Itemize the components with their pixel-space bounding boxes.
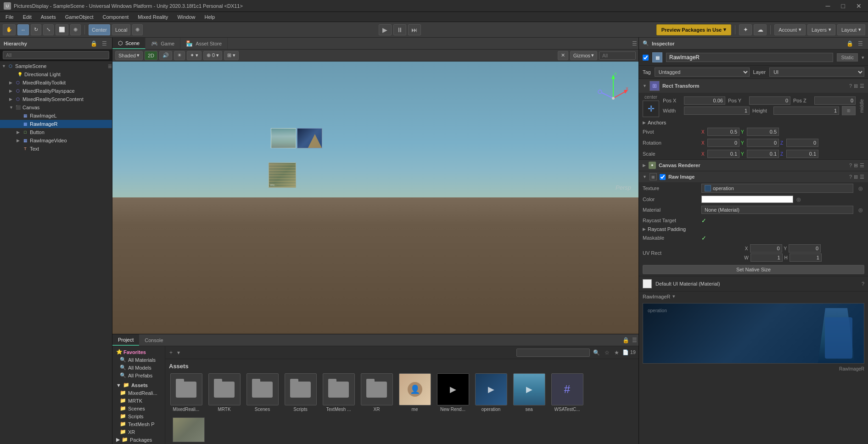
pause-button[interactable]: ⏸ [393, 24, 406, 35]
hierarchy-item-rawimageR[interactable]: ▦ RawImageR [0, 120, 112, 128]
static-arrow[interactable]: ▾ [862, 55, 864, 61]
maximize-button[interactable]: □ [839, 2, 848, 10]
audio-button[interactable]: 🔊 [159, 51, 172, 60]
hierarchy-menu-button[interactable]: ☰ [101, 40, 108, 47]
scripts-tree-item[interactable]: 📁 Scripts [112, 412, 165, 420]
xr-tree-item[interactable]: 📁 XR [112, 428, 165, 436]
asset-operation[interactable]: ▶ operation [474, 373, 508, 412]
object-enabled-checkbox[interactable] [643, 55, 649, 61]
menu-window[interactable]: Window [174, 13, 199, 21]
ri-menu-icon[interactable]: ☰ [860, 174, 864, 180]
play-button[interactable]: ▶ [379, 24, 392, 35]
tag-select[interactable]: Untagged [655, 67, 750, 77]
cr-menu-icon[interactable]: ☰ [860, 163, 864, 169]
ri-help-icon[interactable]: ? [849, 174, 852, 180]
rot-x-input[interactable] [707, 139, 739, 147]
search-asset-button[interactable]: ▾ [176, 349, 181, 356]
asset-favorite-button[interactable]: ☆ [603, 349, 611, 356]
ri-layout-icon[interactable]: ⊞ [854, 174, 858, 180]
uv-w-input[interactable] [750, 253, 783, 262]
pivot-y-input[interactable] [747, 128, 779, 136]
assets-tree-item[interactable]: ▼ 📁 Assets [112, 381, 165, 389]
color-edit-icon[interactable]: ◎ [795, 197, 802, 202]
mixedreali-tree-item[interactable]: 📁 MixedReali... [112, 389, 165, 397]
asset-wsatest[interactable]: # WSATestC... [550, 373, 584, 412]
hierarchy-item-button[interactable]: ▶ □ Button [0, 128, 112, 136]
fx-button[interactable]: ✦ [739, 24, 752, 35]
menu-assets[interactable]: Assets [37, 13, 60, 21]
asset-filter-button[interactable]: 🔍 [592, 349, 601, 356]
inspector-menu-button[interactable]: ☰ [857, 40, 864, 47]
uv-h-input[interactable] [790, 253, 822, 262]
pos-y-input[interactable] [749, 96, 790, 105]
hierarchy-item-directionallight[interactable]: 💡 Directional Light [0, 70, 112, 79]
rect-tool-button[interactable]: ⬜ [56, 24, 68, 35]
height-input[interactable] [773, 107, 839, 115]
rot-z-input[interactable] [786, 139, 818, 147]
menu-edit[interactable]: Edit [19, 13, 35, 21]
asset-mrtk[interactable]: MRTK [207, 373, 241, 412]
raw-image-enabled-checkbox[interactable] [660, 174, 666, 180]
scene-tabs-menu[interactable]: ☰ [631, 38, 638, 49]
asset-newrend[interactable]: ▶ New Rend... [436, 373, 470, 412]
hierarchy-item-mrplayspace[interactable]: ▶ ⬡ MixedRealityPlayspace [0, 87, 112, 95]
rawimage-footer-arrow[interactable]: ▾ [672, 293, 675, 299]
2d-button[interactable]: 2D [145, 51, 157, 60]
tab-scene[interactable]: ⬡ Scene [112, 38, 146, 49]
step-button[interactable]: ⏭ [408, 24, 421, 35]
local-button[interactable]: Local [112, 24, 130, 35]
rect-transform-header[interactable]: ▼ ⊞ Rect Transform ? ⊞ ☰ [639, 79, 868, 93]
shading-mode-button[interactable]: Shaded ▾ [115, 51, 143, 60]
color-swatch[interactable] [701, 196, 793, 203]
lighting-button[interactable]: ☀ [174, 51, 185, 60]
pivot-x-input[interactable] [707, 128, 739, 136]
mrtk-tree-item[interactable]: 📁 MRTK [112, 397, 165, 405]
mat-help-icon[interactable]: ? [862, 281, 864, 287]
transform-tool-button[interactable]: ⊕ [70, 24, 81, 35]
inspector-lock-button[interactable]: 🔒 [845, 40, 855, 47]
constrain-ratio-button[interactable]: ⊞ [842, 106, 856, 115]
material-select-icon[interactable]: ◎ [857, 207, 864, 213]
pos-z-input[interactable] [814, 96, 856, 105]
tab-console[interactable]: Console [139, 334, 168, 346]
scale-x-input[interactable] [707, 150, 739, 158]
rt-help-icon[interactable]: ? [849, 83, 852, 89]
asset-mixedreali[interactable]: MixedReali... [169, 373, 203, 412]
scene-view[interactable]: Persp Y X [112, 62, 638, 334]
asset-scenes[interactable]: Scenes [245, 373, 280, 412]
layers-button[interactable]: Layers ▾ [807, 24, 835, 35]
hierarchy-item-samplescene[interactable]: ▼ ⬡ SampleScene ☰ [0, 62, 112, 70]
favorites-item[interactable]: ⭐ Favorites [112, 348, 165, 356]
texture-value[interactable]: operation [701, 184, 853, 193]
texture-select-icon[interactable]: ◎ [857, 185, 864, 191]
asset-me[interactable]: 👤 me [398, 373, 432, 412]
hierarchy-lock-button[interactable]: 🔒 [89, 40, 99, 47]
scene-layers-button[interactable]: ⊕ 0 ▾ [203, 51, 222, 60]
set-native-size-button[interactable]: Set Native Size [643, 265, 864, 274]
hierarchy-item-mrsccontent[interactable]: ▶ ⬡ MixedRealitySceneContent [0, 95, 112, 103]
preview-packages-button[interactable]: Preview Packages in Use ▾ [656, 24, 731, 35]
close-button[interactable]: ✕ [853, 2, 864, 10]
canvas-renderer-header[interactable]: ▶ ✦ Canvas Renderer ? ⊞ ☰ [639, 160, 868, 171]
add-asset-button[interactable]: + [168, 349, 174, 356]
move-tool-button[interactable]: ↔ [17, 24, 29, 35]
layer-select[interactable]: UI [769, 67, 864, 77]
hierarchy-search-input[interactable] [3, 51, 109, 59]
all-prefabs-item[interactable]: 🔍 All Prefabs [112, 371, 165, 379]
fx-scene-button[interactable]: ✦ ▾ [187, 51, 202, 60]
project-lock-button[interactable]: 🔒 [621, 334, 631, 346]
uv-x-input[interactable] [750, 244, 782, 253]
scale-z-input[interactable] [786, 150, 818, 158]
width-input[interactable] [684, 107, 750, 115]
account-button[interactable]: Account ▾ [774, 24, 806, 35]
menu-gameobject[interactable]: GameObject [62, 13, 97, 21]
textmesh-tree-item[interactable]: 📁 TextMesh P [112, 420, 165, 428]
asset-textmesh[interactable]: TextMesh ... [321, 373, 356, 412]
raycast-padding-section[interactable]: ▶ Raycast Padding [639, 225, 868, 233]
bottom-asset-item[interactable]: 录制_2021_... [173, 417, 205, 444]
asset-sea[interactable]: ▶ sea [512, 373, 546, 412]
cr-help-icon[interactable]: ? [849, 163, 852, 169]
menu-help[interactable]: Help [201, 13, 219, 21]
material-value[interactable]: None (Material) [701, 206, 853, 214]
raw-image-header[interactable]: ▼ ▦ Raw Image ? ⊞ ☰ [639, 171, 868, 182]
